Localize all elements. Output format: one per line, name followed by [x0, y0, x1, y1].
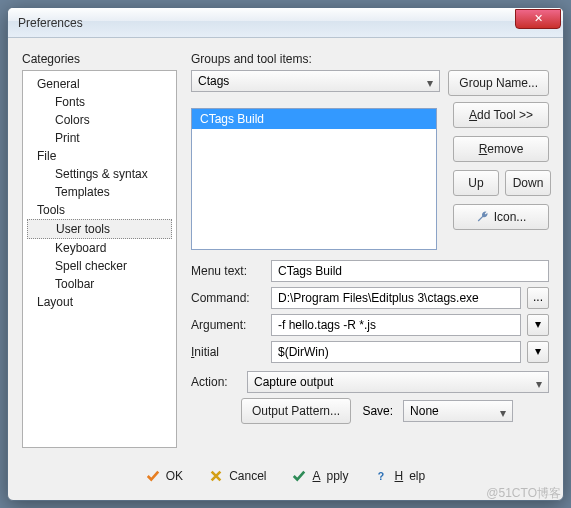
save-label: Save: — [357, 404, 397, 418]
tool-form: Menu text: CTags Build Command: D:\Progr… — [191, 260, 549, 429]
apply-button[interactable]: Apply — [292, 469, 348, 483]
x-icon — [209, 469, 223, 483]
group-name-button[interactable]: Group Name... — [448, 70, 549, 96]
tool-items-list[interactable]: CTags Build — [191, 108, 437, 250]
close-button[interactable]: ✕ — [515, 9, 561, 29]
tree-spell-checker[interactable]: Spell checker — [23, 257, 176, 275]
tool-side-buttons: Add Tool >> Remove Up Down Icon... — [453, 102, 549, 250]
ok-button[interactable]: OK — [146, 469, 183, 483]
tool-items-panel: Groups and tool items: Ctags Group Name.… — [191, 52, 549, 448]
help-icon: ? — [375, 469, 389, 483]
tree-fonts[interactable]: Fonts — [23, 93, 176, 111]
help-button[interactable]: ? Help — [375, 469, 426, 483]
initial-label: Initial — [191, 345, 265, 359]
argument-dropdown-button[interactable]: ▾ — [527, 314, 549, 336]
output-pattern-button[interactable]: Output Pattern... — [241, 398, 351, 424]
tree-toolbar[interactable]: Toolbar — [23, 275, 176, 293]
check-icon — [146, 469, 160, 483]
group-select[interactable]: Ctags — [191, 70, 440, 92]
check-icon — [292, 469, 306, 483]
up-button[interactable]: Up — [453, 170, 499, 196]
remove-button[interactable]: Remove — [453, 136, 549, 162]
tree-settings-syntax[interactable]: Settings & syntax — [23, 165, 176, 183]
svg-text:?: ? — [377, 470, 383, 482]
wrench-icon — [476, 210, 490, 224]
tree-templates[interactable]: Templates — [23, 183, 176, 201]
save-select[interactable]: None — [403, 400, 513, 422]
titlebar: Preferences ✕ — [8, 8, 563, 38]
tree-layout[interactable]: Layout — [23, 293, 176, 311]
cancel-button[interactable]: Cancel — [209, 469, 266, 483]
dialog-body: Categories General Fonts Colors Print Fi… — [8, 38, 563, 452]
watermark: @51CTO博客 — [486, 485, 561, 502]
menu-text-input[interactable]: CTags Build — [271, 260, 549, 282]
initial-input[interactable]: $(DirWin) — [271, 341, 521, 363]
list-item[interactable]: CTags Build — [192, 109, 436, 129]
dialog-footer: OK Cancel Apply ? Help — [8, 452, 563, 500]
tree-general[interactable]: General — [23, 75, 176, 93]
categories-tree[interactable]: General Fonts Colors Print File Settings… — [22, 70, 177, 448]
tree-print[interactable]: Print — [23, 129, 176, 147]
categories-heading: Categories — [22, 52, 177, 66]
preferences-window: Preferences ✕ Categories General Fonts C… — [7, 7, 564, 501]
menu-text-label: Menu text: — [191, 264, 265, 278]
argument-input[interactable]: -f hello.tags -R *.js — [271, 314, 521, 336]
groups-heading: Groups and tool items: — [191, 52, 549, 66]
tree-tools[interactable]: Tools — [23, 201, 176, 219]
action-label: Action: — [191, 375, 241, 389]
icon-button[interactable]: Icon... — [453, 204, 549, 230]
add-tool-button[interactable]: Add Tool >> — [453, 102, 549, 128]
action-select[interactable]: Capture output — [247, 371, 549, 393]
command-label: Command: — [191, 291, 265, 305]
argument-label: Argument: — [191, 318, 265, 332]
down-button[interactable]: Down — [505, 170, 551, 196]
tree-colors[interactable]: Colors — [23, 111, 176, 129]
command-input[interactable]: D:\Program Files\Editplus 3\ctags.exe — [271, 287, 521, 309]
command-browse-button[interactable]: ... — [527, 287, 549, 309]
categories-panel: Categories General Fonts Colors Print Fi… — [22, 52, 177, 448]
window-title: Preferences — [18, 16, 515, 30]
tree-user-tools[interactable]: User tools — [27, 219, 172, 239]
tree-file[interactable]: File — [23, 147, 176, 165]
group-select-value: Ctags — [198, 74, 229, 88]
initial-dropdown-button[interactable]: ▾ — [527, 341, 549, 363]
tree-keyboard[interactable]: Keyboard — [23, 239, 176, 257]
